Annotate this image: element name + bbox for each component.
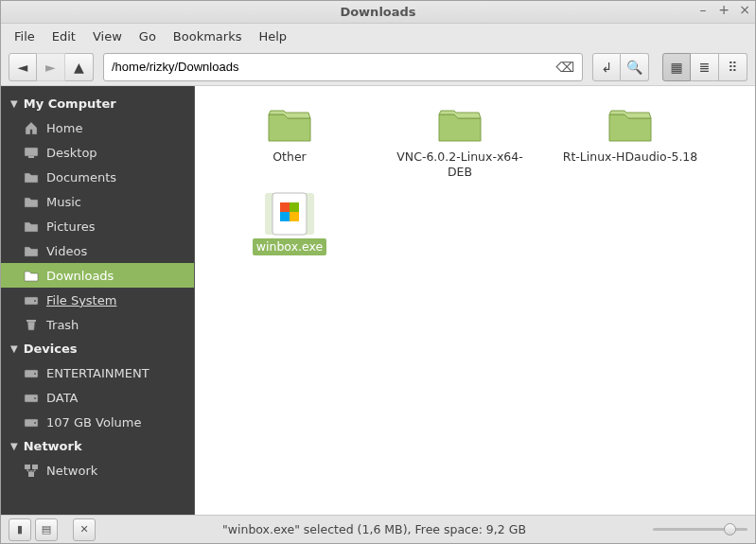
toggle-location-button[interactable]: ↲ [592,53,621,81]
menu-edit[interactable]: Edit [44,26,83,46]
file-item-vnc-6-0-2-linux-x64-deb[interactable]: VNC-6.0.2-Linux-x64-DEB [375,101,545,187]
sidebar-section-label: My Computer [24,97,116,111]
chevron-down-icon: ▼ [10,98,18,109]
search-icon: 🔍 [626,60,642,75]
sidebar-item-pictures[interactable]: Pictures [1,214,194,238]
forward-button[interactable]: ► [37,53,65,81]
places-toggle-button[interactable]: ▮ [9,518,31,541]
file-item-winbox-exe[interactable]: winbox.exe [204,187,375,261]
drive-icon [24,390,39,405]
svg-rect-12 [32,465,38,469]
sidebar-item-107-gb-volume[interactable]: 107 GB Volume [1,410,194,434]
sidebar-item-label: Trash [46,318,79,332]
svg-point-8 [34,397,36,399]
drive-icon [24,365,39,380]
sidebar-item-music[interactable]: Music [1,189,194,214]
sidebar-item-label: 107 GB Volume [46,415,141,430]
arrow-right-icon: ► [45,60,56,75]
menu-bookmarks[interactable]: Bookmarks [166,26,250,46]
close-icon: ✕ [79,523,88,535]
sidebar-item-file-system[interactable]: File System [1,288,194,312]
arrow-left-icon: ◄ [18,60,28,75]
close-button[interactable]: × [738,3,751,16]
file-item-rt-linux-hdaudio-5-18[interactable]: Rt-Linux-HDaudio-5.18 [545,101,715,187]
sidebar-item-trash[interactable]: Trash [1,312,194,337]
zoom-thumb[interactable] [724,523,736,535]
search-button[interactable]: 🔍 [621,53,649,81]
sidebar-item-label: Network [46,464,97,478]
sidebar-item-label: Music [46,195,81,209]
svg-point-3 [34,300,36,302]
sidebar-item-data[interactable]: DATA [1,385,194,410]
sidebar-item-label: File System [46,293,116,307]
location-bar[interactable]: ⌫ [103,53,583,81]
svg-rect-11 [25,465,30,469]
zoom-slider[interactable] [653,528,747,531]
sidebar-item-downloads[interactable]: Downloads [1,263,194,288]
sidebar-item-label: Desktop [46,146,97,160]
view-list-button[interactable]: ≣ [691,53,719,81]
folder-icon [437,107,483,145]
minimize-button[interactable]: – [696,3,710,16]
back-button[interactable]: ◄ [9,53,37,81]
sidebar-item-label: Pictures [46,219,95,234]
sidebar-item-desktop[interactable]: Desktop [1,140,194,165]
location-toggle-icon: ↲ [601,60,612,75]
menu-go[interactable]: Go [132,26,164,46]
up-button[interactable]: ▲ [65,53,94,81]
compact-view-icon: ⠿ [728,60,737,75]
folder-icon [24,243,39,258]
drive-icon [24,292,39,307]
status-text: "winbox.exe" selected (1,6 MB), Free spa… [99,522,649,536]
svg-rect-4 [26,320,36,322]
exe-icon [265,193,314,235]
sidebar-section-label: Devices [24,342,78,356]
path-input[interactable] [112,60,555,74]
svg-rect-1 [28,156,34,158]
sidebar-section-my-computer[interactable]: ▼My Computer [1,92,194,115]
sidebar-item-label: Documents [46,170,116,184]
menu-help[interactable]: Help [251,26,294,46]
maximize-button[interactable]: + [717,3,730,16]
menu-file[interactable]: File [7,26,43,46]
network-icon [24,463,39,478]
svg-point-6 [34,373,36,375]
folder-icon [24,268,39,283]
sidebar-section-label: Network [24,439,82,453]
sidebar-item-entertainment[interactable]: ENTERTAINMENT [1,360,194,385]
sidebar-item-documents[interactable]: Documents [1,165,194,189]
status-bar: ▮ ▤ ✕ "winbox.exe" selected (1,6 MB), Fr… [1,515,755,543]
sidebar-item-network[interactable]: Network [1,458,194,483]
sidebar: ▼My ComputerHomeDesktopDocumentsMusicPic… [1,86,195,515]
desktop-icon [24,145,39,160]
svg-rect-13 [28,472,34,477]
view-compact-button[interactable]: ⠿ [719,53,747,81]
grid-view-icon: ▦ [670,60,682,75]
drive-icon [24,414,39,430]
menu-view[interactable]: View [85,26,130,46]
sidebar-tree-icon: ▤ [42,523,51,535]
sidebar-item-label: Videos [46,244,87,258]
sidebar-section-devices[interactable]: ▼Devices [1,337,194,360]
sidebar-item-home[interactable]: Home [1,115,194,140]
svg-rect-15 [280,202,290,212]
view-icons-button[interactable]: ▦ [662,53,691,81]
svg-rect-16 [290,202,299,212]
folder-icon [24,219,39,234]
file-label: winbox.exe [253,238,326,255]
sidebar-item-label: Downloads [46,269,114,283]
sidebar-item-label: Home [46,121,82,135]
file-item-other[interactable]: Other [204,101,375,187]
clear-path-icon[interactable]: ⌫ [555,60,574,75]
close-sidebar-button[interactable]: ✕ [73,518,96,541]
tree-toggle-button[interactable]: ▤ [35,518,58,541]
toolbar: ◄ ► ▲ ⌫ ↲ 🔍 ▦ ≣ ⠿ [1,48,755,86]
svg-point-10 [34,422,36,424]
svg-rect-17 [280,212,290,221]
sidebar-section-network[interactable]: ▼Network [1,434,194,458]
home-icon [24,120,39,135]
sidebar-item-videos[interactable]: Videos [1,238,194,263]
file-view[interactable]: OtherVNC-6.0.2-Linux-x64-DEBRt-Linux-HDa… [195,86,755,515]
chevron-down-icon: ▼ [10,343,18,354]
window-title: Downloads [340,5,415,19]
